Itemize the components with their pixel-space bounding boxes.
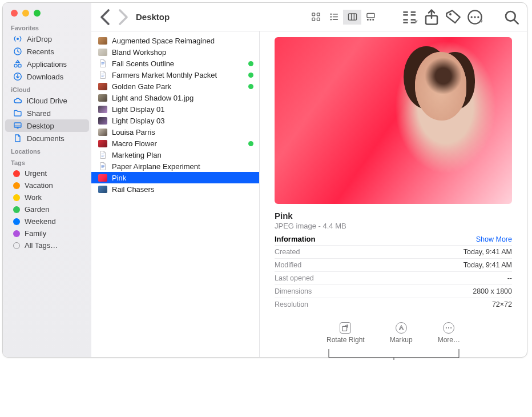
file-list-column[interactable]: Augmented Space ReimaginedBland Workshop… (91, 31, 260, 357)
file-row[interactable]: Fall Scents Outline (91, 58, 259, 69)
sidebar-item[interactable]: All Tags… (5, 239, 89, 251)
svg-rect-25 (403, 11, 408, 13)
info-row: CreatedToday, 9:41 AM (275, 245, 512, 258)
svg-point-54 (446, 327, 447, 328)
svg-rect-27 (411, 11, 416, 13)
file-row[interactable]: Macro Flower (91, 138, 259, 149)
file-name: Farmers Market Monthly Packet (112, 71, 241, 79)
svg-rect-17 (332, 19, 337, 20)
document-icon (98, 70, 107, 79)
sidebar-item[interactable]: iCloud Drive (5, 94, 89, 107)
action-button[interactable] (466, 10, 483, 25)
minimize-button[interactable] (22, 10, 29, 17)
sidebar-item[interactable]: AirDrop (5, 33, 89, 45)
file-row[interactable]: Augmented Space Reimagined (91, 35, 259, 46)
share-button[interactable] (423, 10, 440, 25)
preview-title: Pink (275, 211, 512, 220)
info-value: -- (507, 274, 512, 282)
svg-rect-43 (102, 65, 104, 65)
list-view-button[interactable] (325, 10, 343, 25)
file-row[interactable]: Louisa Parris (91, 126, 259, 138)
sidebar-item-label: All Tags… (25, 241, 58, 250)
svg-rect-7 (17, 127, 19, 129)
svg-rect-26 (403, 14, 408, 16)
sidebar-item-label: Work (25, 193, 42, 202)
file-row[interactable]: Paper Airplane Experiment (91, 161, 259, 172)
sidebar-item[interactable]: Weekend (5, 215, 89, 227)
svg-point-16 (330, 19, 331, 20)
file-name: Fall Scents Outline (112, 59, 241, 68)
desktop-icon (13, 121, 22, 130)
sidebar: FavoritesAirDropRecentsApplicationsDownl… (3, 3, 91, 357)
show-more-link[interactable]: Show More (476, 235, 512, 243)
file-name: Bland Workshop (112, 48, 253, 57)
sidebar-item[interactable]: Applications (5, 58, 89, 70)
file-row[interactable]: Farmers Market Monthly Packet (91, 69, 259, 81)
svg-rect-32 (411, 22, 416, 23)
svg-rect-49 (102, 156, 104, 157)
file-row[interactable]: Rail Chasers (91, 183, 259, 195)
sidebar-item[interactable]: Work (5, 191, 89, 203)
tag-dot-icon (13, 194, 20, 201)
sidebar-item-label: Recents (27, 47, 54, 56)
sidebar-item[interactable]: Family (5, 227, 89, 239)
quick-actions-bar: Rotate RightMarkupMore… (275, 314, 512, 350)
svg-rect-8 (312, 13, 315, 16)
back-button[interactable] (98, 10, 112, 25)
close-button[interactable] (11, 10, 18, 17)
preview-pane: Pink JPEG image - 4.4 MB Information Sho… (260, 31, 527, 357)
info-row: Dimensions2800 x 1800 (275, 284, 512, 298)
icon-view-button[interactable] (307, 10, 325, 25)
svg-point-34 (449, 13, 452, 15)
info-label: Modified (275, 261, 301, 269)
sidebar-item[interactable]: Urgent (5, 167, 89, 179)
svg-point-55 (448, 327, 449, 328)
sidebar-item[interactable]: Shared (5, 107, 89, 119)
sidebar-item[interactable]: Garden (5, 203, 89, 215)
file-row[interactable]: Light Display 01 (91, 103, 259, 115)
column-view-button[interactable] (343, 10, 361, 25)
quick-action-rotate[interactable]: Rotate Right (327, 322, 365, 344)
svg-rect-45 (102, 75, 105, 75)
svg-point-36 (471, 16, 473, 18)
sidebar-item[interactable]: Downloads (5, 70, 89, 83)
svg-rect-42 (102, 63, 105, 64)
image-thumb-icon (98, 116, 107, 125)
rotate-icon (340, 322, 351, 334)
quick-action-more[interactable]: More… (438, 322, 460, 344)
file-row[interactable]: Bland Workshop (91, 46, 259, 58)
gallery-view-button[interactable] (361, 10, 380, 25)
sidebar-item[interactable]: Vacation (5, 179, 89, 191)
sidebar-item[interactable]: Desktop (5, 119, 89, 132)
sidebar-item-label: Applications (27, 60, 67, 69)
file-row[interactable]: Golden Gate Park (91, 81, 259, 92)
sidebar-item[interactable]: Documents (5, 132, 89, 145)
tag-dot-icon (13, 170, 20, 177)
tag-dot-icon (13, 242, 20, 249)
file-row[interactable]: Light Display 03 (91, 115, 259, 126)
svg-rect-9 (317, 13, 320, 16)
tags-button[interactable] (445, 10, 462, 25)
group-by-button[interactable] (401, 10, 418, 25)
quick-action-markup[interactable]: Markup (390, 322, 413, 344)
file-name: Light Display 03 (112, 117, 253, 125)
svg-point-12 (330, 14, 331, 15)
file-row[interactable]: Pink (91, 172, 259, 183)
image-thumb-icon (98, 105, 107, 114)
window-controls (3, 3, 91, 21)
sidebar-heading: Locations (3, 145, 91, 156)
view-mode-group (307, 10, 380, 25)
preview-subtitle: JPEG image - 4.4 MB (275, 222, 512, 230)
sidebar-item[interactable]: Recents (5, 45, 89, 58)
file-row[interactable]: Marketing Plan (91, 149, 259, 161)
search-button[interactable] (503, 10, 520, 25)
svg-point-2 (14, 64, 17, 67)
svg-rect-11 (317, 18, 320, 21)
quick-action-label: More… (438, 336, 460, 344)
forward-button[interactable] (116, 10, 130, 25)
apps-icon (13, 59, 22, 69)
tag-dot-icon (13, 206, 20, 213)
info-value: 2800 x 1800 (473, 287, 512, 295)
file-row[interactable]: Light and Shadow 01.jpg (91, 92, 259, 103)
zoom-button[interactable] (34, 10, 41, 17)
